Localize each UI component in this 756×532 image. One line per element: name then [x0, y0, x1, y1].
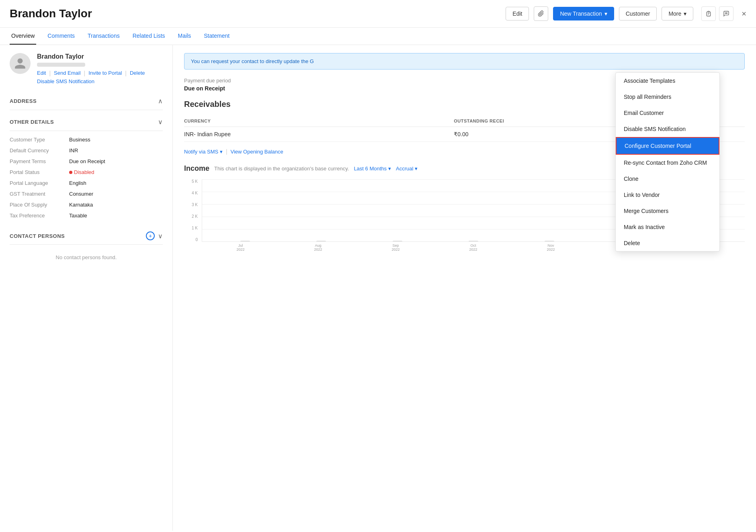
- tab-overview[interactable]: Overview: [10, 28, 36, 45]
- x-label-sep: Sep2022: [357, 243, 434, 252]
- tab-related-lists[interactable]: Related Lists: [131, 28, 167, 45]
- bar-jul: [240, 241, 250, 241]
- tab-transactions[interactable]: Transactions: [86, 28, 121, 45]
- separator-1: |: [49, 70, 51, 76]
- dropdown-item-email-customer[interactable]: Email Customer: [616, 105, 719, 121]
- y-label-4k: 4 K: [184, 191, 200, 195]
- profile-placeholder: [37, 63, 85, 67]
- detail-row: GST TreatmentConsumer: [10, 188, 163, 199]
- dropdown-item-associate-templates[interactable]: Associate Templates: [616, 73, 719, 89]
- detail-row: Portal StatusDisabled: [10, 167, 163, 178]
- status-dot-icon: [69, 171, 72, 174]
- detail-row: Place Of SupplyKarnataka: [10, 199, 163, 210]
- contact-persons-actions: + ∨: [146, 231, 163, 240]
- separator-3: |: [125, 70, 127, 76]
- other-details-section-header[interactable]: OTHER DETAILS ∨: [10, 113, 163, 131]
- detail-label: Place Of Supply: [10, 202, 66, 208]
- dropdown-item-merge-customers[interactable]: Merge Customers: [616, 203, 719, 219]
- tab-comments[interactable]: Comments: [46, 28, 76, 45]
- detail-value: Disabled: [69, 169, 94, 175]
- dropdown-item-clone[interactable]: Clone: [616, 171, 719, 187]
- profile-edit-link[interactable]: Edit: [37, 70, 46, 76]
- action-separator: |: [226, 148, 227, 155]
- profile-invite-portal-link[interactable]: Invite to Portal: [88, 70, 122, 76]
- header-icon-group: [701, 6, 733, 21]
- accrual-arrow-icon: ▾: [415, 166, 418, 172]
- tab-bar: Overview Comments Transactions Related L…: [0, 28, 756, 45]
- detail-value: INR: [69, 147, 78, 153]
- svg-point-0: [725, 13, 726, 13]
- dropdown-item-link-vendor[interactable]: Link to Vendor: [616, 187, 719, 203]
- attachment-button[interactable]: [534, 6, 548, 21]
- dropdown-item-stop-reminders[interactable]: Stop all Reminders: [616, 89, 719, 105]
- income-subtitle: This chart is displayed in the organizat…: [214, 166, 349, 172]
- bar-oct: [469, 241, 478, 241]
- detail-row: Portal LanguageEnglish: [10, 178, 163, 188]
- contact-persons-title: CONTACT PERSONS: [10, 233, 65, 239]
- address-chevron-icon: ∧: [158, 97, 163, 105]
- x-label-aug: Aug2022: [279, 243, 357, 252]
- address-section-title: ADDRESS: [10, 98, 37, 104]
- detail-row: Default CurrencyINR: [10, 145, 163, 156]
- dropdown-item-delete[interactable]: Delete: [616, 235, 719, 251]
- profile-disable-sms-link[interactable]: Disable SMS Notification: [37, 78, 94, 84]
- clipboard-icon: [705, 10, 712, 17]
- other-details-chevron-icon: ∨: [158, 118, 163, 126]
- currency-col-header: CURRENCY: [184, 115, 454, 127]
- profile-links: Edit | Send Email | Invite to Portal | D…: [37, 70, 145, 76]
- detail-row: Payment TermsDue on Receipt: [10, 156, 163, 167]
- add-contact-button[interactable]: +: [146, 231, 155, 240]
- new-transaction-button[interactable]: New Transaction ▾: [553, 7, 614, 20]
- income-filter-button[interactable]: Last 6 Months ▾: [354, 166, 391, 172]
- contact-persons-section: CONTACT PERSONS + ∨ No contact persons f…: [10, 227, 163, 270]
- y-label-1k: 1 K: [184, 226, 200, 230]
- address-section-header[interactable]: ADDRESS ∧: [10, 92, 163, 110]
- tab-statement[interactable]: Statement: [202, 28, 231, 45]
- detail-rows: Customer TypeBusinessDefault CurrencyINR…: [10, 134, 163, 221]
- dropdown-item-disable-sms[interactable]: Disable SMS Notification: [616, 121, 719, 137]
- detail-value: Karnataka: [69, 202, 93, 208]
- svg-point-2: [727, 13, 727, 13]
- detail-label: Default Currency: [10, 147, 66, 153]
- tab-mails[interactable]: Mails: [176, 28, 193, 45]
- income-accrual-button[interactable]: Accrual ▾: [396, 166, 418, 172]
- dropdown-item-resync-crm[interactable]: Re-sync Contact from Zoho CRM: [616, 155, 719, 171]
- edit-button[interactable]: Edit: [506, 7, 529, 20]
- detail-label: Tax Preference: [10, 213, 66, 219]
- detail-label: GST Treatment: [10, 191, 66, 197]
- bar-group-sep: [361, 179, 434, 241]
- detail-value: Consumer: [69, 191, 93, 197]
- bar-sep: [393, 241, 402, 241]
- user-icon: [14, 57, 27, 70]
- detail-value: Due on Receipt: [69, 158, 105, 164]
- profile-delete-link[interactable]: Delete: [130, 70, 145, 76]
- filter-arrow-icon: ▾: [388, 166, 391, 172]
- detail-row: Tax PreferenceTaxable: [10, 210, 163, 221]
- close-button[interactable]: ×: [742, 9, 746, 18]
- page-title: Brandon Taylor: [10, 7, 501, 20]
- view-opening-balance-link[interactable]: View Opening Balance: [231, 149, 283, 155]
- chat-icon: [723, 10, 729, 17]
- dropdown-arrow-icon: ▾: [604, 10, 607, 17]
- detail-label: Portal Status: [10, 169, 66, 175]
- profile-send-email-link[interactable]: Send Email: [54, 70, 80, 76]
- detail-value: Taxable: [69, 213, 87, 219]
- currency-cell: INR- Indian Rupee: [184, 127, 454, 142]
- dropdown-item-configure-portal[interactable]: Configure Customer Portal: [616, 137, 719, 155]
- chat-icon-button[interactable]: [719, 6, 733, 21]
- notice-bar: You can request your contact to directly…: [184, 53, 745, 70]
- notify-sms-link[interactable]: Notify via SMS ▾: [184, 149, 223, 155]
- x-label-jul: Jul2022: [202, 243, 279, 252]
- main-content: Brandon Taylor Edit | Send Email | Invit…: [0, 45, 756, 531]
- more-button[interactable]: More ▾: [662, 7, 693, 20]
- x-label-oct: Oct2022: [434, 243, 512, 252]
- dropdown-item-mark-inactive[interactable]: Mark as Inactive: [616, 219, 719, 235]
- bar-group-aug: [285, 179, 357, 241]
- clipboard-icon-button[interactable]: [701, 6, 716, 21]
- customer-button[interactable]: Customer: [619, 7, 657, 20]
- bar-nov: [545, 241, 554, 241]
- income-title: Income: [184, 164, 209, 173]
- profile-info: Brandon Taylor Edit | Send Email | Invit…: [37, 53, 145, 84]
- detail-row: Customer TypeBusiness: [10, 134, 163, 145]
- avatar: [10, 53, 31, 74]
